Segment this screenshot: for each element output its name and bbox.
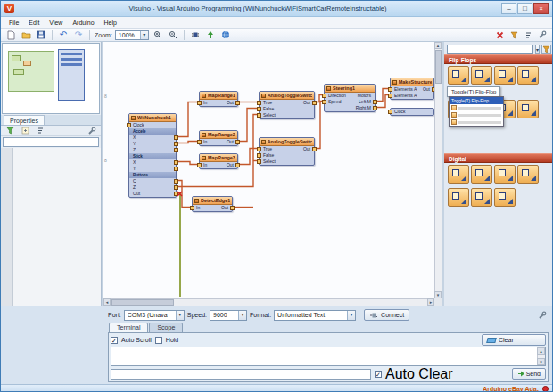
menu-item-file[interactable]: File <box>4 19 23 27</box>
serial-settings-wrench-icon[interactable] <box>536 309 549 321</box>
chevron-down-icon[interactable] <box>140 31 148 39</box>
menu-item-view[interactable]: View <box>45 19 67 27</box>
component-block-maprange1[interactable]: MapRange1InOut <box>199 91 238 107</box>
palette-component-icon[interactable] <box>517 165 539 184</box>
zoom-out-icon[interactable] <box>167 29 179 41</box>
input-pin[interactable] <box>388 94 392 98</box>
output-pin[interactable] <box>235 140 240 144</box>
design-canvas[interactable]: 8 8 WiiNunchuck1ClockAcceleXYZStickXYBut… <box>103 42 442 306</box>
title-bar[interactable]: Visuino - Visual Arduino Programming (Wi… <box>1 1 552 17</box>
output-pin[interactable] <box>174 148 178 152</box>
save-project-icon[interactable] <box>35 29 47 41</box>
scroll-up-icon[interactable] <box>537 347 545 355</box>
scroll-down-icon[interactable] <box>434 291 442 298</box>
component-block-maprange2[interactable]: MapRange2InOut <box>199 130 238 146</box>
component-block-detectedge1[interactable]: DetectEdge1InOut <box>192 196 233 212</box>
input-pin[interactable] <box>257 101 261 105</box>
terminal-send-input[interactable] <box>111 369 371 380</box>
palette-component-icon[interactable] <box>471 66 492 85</box>
terminal-scrollbar[interactable] <box>537 347 545 365</box>
palette-filter-icon[interactable] <box>541 45 551 54</box>
menu-item-arduino[interactable]: Arduino <box>68 19 98 27</box>
connect-button[interactable]: Connect <box>364 309 409 321</box>
scroll-thumb[interactable] <box>435 50 442 84</box>
input-pin[interactable] <box>322 94 326 98</box>
palette-component-icon[interactable] <box>494 66 516 85</box>
upload-to-arduino-icon[interactable] <box>204 29 217 41</box>
clear-filter-icon[interactable] <box>493 29 506 41</box>
component-block-clock[interactable]: Clock <box>390 108 434 116</box>
zoom-select[interactable]: 100% <box>115 30 149 40</box>
zoom-in-icon[interactable] <box>152 29 164 41</box>
palette-component-icon[interactable] <box>517 66 539 85</box>
tab-terminal[interactable]: Terminal <box>109 323 148 332</box>
palette-component-icon[interactable] <box>471 188 492 207</box>
input-pin[interactable] <box>197 140 202 144</box>
output-pin[interactable] <box>373 100 377 104</box>
output-pin[interactable] <box>230 206 235 210</box>
scroll-right-icon[interactable] <box>427 298 434 306</box>
popup-item[interactable] <box>450 104 503 111</box>
input-pin[interactable] <box>388 110 392 114</box>
component-block-analogtoggleswitch1[interactable]: AnalogToggleSwitch1TrueOutFalseSelect <box>259 91 315 119</box>
clear-button[interactable]: Clear <box>482 334 546 346</box>
auto-scroll-checkbox[interactable] <box>111 337 118 344</box>
palette-category-digital[interactable]: Digital <box>444 153 552 163</box>
input-pin[interactable] <box>197 101 202 105</box>
tab-properties[interactable]: Properties <box>4 115 45 125</box>
popup-item[interactable] <box>450 118 503 126</box>
arduino-board-icon[interactable] <box>189 29 202 41</box>
input-pin[interactable] <box>190 206 194 210</box>
tab-scope[interactable]: Scope <box>149 323 183 332</box>
palette-component-icon[interactable] <box>517 100 539 118</box>
property-value-field[interactable] <box>3 137 99 147</box>
component-block-maprange3[interactable]: MapRange3InOut <box>199 153 238 169</box>
properties-pin-icon[interactable] <box>86 125 98 136</box>
scroll-thumb[interactable] <box>111 299 174 306</box>
terminal-output[interactable] <box>111 347 546 366</box>
auto-clear-checkbox[interactable] <box>375 371 382 378</box>
palette-component-icon[interactable] <box>494 165 516 184</box>
output-pin[interactable] <box>174 179 178 184</box>
scroll-up-icon[interactable] <box>434 42 442 49</box>
input-pin[interactable] <box>127 123 131 127</box>
input-pin[interactable] <box>257 159 261 164</box>
output-pin[interactable] <box>312 147 317 151</box>
component-block-wiinunchuck1[interactable]: WiiNunchuck1ClockAcceleXYZStickXYButtons… <box>128 113 177 198</box>
input-pin[interactable] <box>257 107 261 111</box>
chevron-down-icon[interactable] <box>347 311 355 320</box>
sort-icon[interactable] <box>522 29 534 41</box>
output-pin[interactable] <box>235 163 240 167</box>
hold-checkbox[interactable] <box>155 337 162 344</box>
properties-filter-icon[interactable] <box>4 125 16 136</box>
output-pin[interactable] <box>174 135 178 140</box>
open-project-icon[interactable] <box>20 29 32 41</box>
output-pin[interactable] <box>312 101 317 105</box>
component-block-makestructure1[interactable]: MakeStructure1Elements AOutElements A <box>390 78 434 100</box>
filter-funnel-icon[interactable] <box>508 29 520 41</box>
palette-component-icon[interactable] <box>471 165 492 184</box>
menu-item-edit[interactable]: Edit <box>24 19 44 27</box>
scroll-left-icon[interactable] <box>103 298 111 306</box>
input-pin[interactable] <box>388 87 392 92</box>
output-pin[interactable] <box>235 101 240 105</box>
palette-chevron-down-icon[interactable]: ▾ <box>535 45 540 54</box>
chevron-down-icon[interactable] <box>238 311 246 320</box>
menu-item-help[interactable]: Help <box>100 19 121 27</box>
palette-component-icon[interactable] <box>448 66 469 85</box>
scroll-down-icon[interactable] <box>537 358 545 365</box>
format-select[interactable]: Unformatted Text <box>274 310 356 321</box>
output-pin[interactable] <box>373 106 377 110</box>
chevron-down-icon[interactable] <box>176 311 184 320</box>
input-pin[interactable] <box>322 100 326 104</box>
close-button[interactable] <box>533 3 549 14</box>
popup-item[interactable] <box>450 111 503 118</box>
new-project-icon[interactable] <box>4 29 17 41</box>
port-select[interactable]: COM3 (Unava <box>124 310 185 321</box>
output-pin[interactable] <box>174 142 178 146</box>
palette-component-icon[interactable] <box>448 165 469 184</box>
record-indicator-icon[interactable] <box>542 386 549 392</box>
redo-icon[interactable]: ↷ <box>72 29 85 41</box>
input-pin[interactable] <box>197 163 202 167</box>
output-pin[interactable] <box>174 167 178 171</box>
